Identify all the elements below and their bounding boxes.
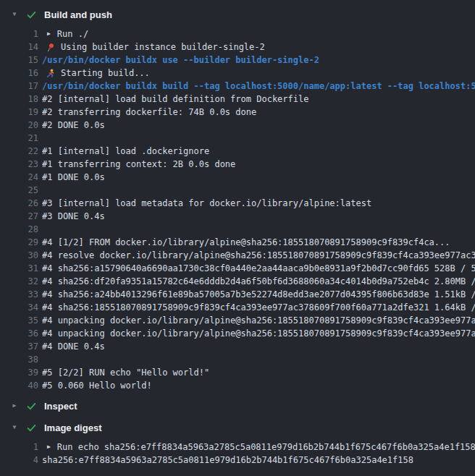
pushpin-icon bbox=[46, 43, 55, 53]
log-text: #2 transferring dockerfile: 74B 0.0s don… bbox=[42, 107, 256, 117]
log-line-content: #4 sha256:a15790640a6690aa1730c38cf0a440… bbox=[42, 263, 475, 273]
line-number[interactable]: 30 bbox=[0, 250, 38, 260]
log-line-content: ▶Run ./ bbox=[42, 29, 475, 39]
log-line: 34 #4 sha256:185518070891758909c9f839cf4… bbox=[0, 301, 475, 314]
runner-icon bbox=[46, 69, 55, 79]
log-line: 24 #1 DONE 0.0s bbox=[0, 171, 475, 184]
log-line: 31 #4 sha256:a15790640a6690aa1730c38cf0a… bbox=[0, 262, 475, 275]
log-line-content: #4 sha256:a24bb4013296f61e89ba57005a7b3e… bbox=[42, 289, 475, 299]
line-number[interactable]: 15 bbox=[0, 55, 38, 65]
line-number[interactable]: 27 bbox=[0, 211, 38, 221]
line-number[interactable]: 25 bbox=[0, 185, 38, 195]
log-line: 37 #4 DONE 0.4s bbox=[0, 340, 475, 353]
run-expand-icon[interactable]: ▶ bbox=[47, 31, 51, 37]
chevron-down-icon[interactable]: ▼ bbox=[10, 425, 19, 430]
line-number[interactable]: 22 bbox=[0, 146, 38, 156]
log-line-content: /usr/bin/docker buildx use --builder bui… bbox=[42, 55, 475, 65]
log-line-content: #5 [2/2] RUN echo "Hello world!" bbox=[42, 367, 475, 378]
log-line-content: #4 sha256:df20fa9351a15782c64e6dddb2d4a6… bbox=[42, 276, 475, 286]
log-line-content: #5 0.060 Hello world! bbox=[42, 381, 475, 391]
log-line: 33 #4 sha256:a24bb4013296f61e89ba57005a7… bbox=[0, 288, 475, 301]
section-title: Image digest bbox=[44, 422, 101, 433]
log-line-content: sha256:e7ff8834a5963a2785c5a0811e979d16b… bbox=[42, 455, 475, 465]
log-text: sha256:e7ff8834a5963a2785c5a0811e979d16b… bbox=[42, 455, 413, 465]
log-text: #4 resolve docker.io/library/alpine@sha2… bbox=[42, 250, 475, 260]
chevron-right-icon[interactable]: ▶ bbox=[10, 403, 19, 409]
log-line: 36 #4 unpacking docker.io/library/alpine… bbox=[0, 327, 475, 340]
log-line: 27 #3 DONE 0.4s bbox=[0, 210, 475, 223]
log-text: Starting build... bbox=[61, 68, 150, 78]
log-line: 15 /usr/bin/docker buildx use --builder … bbox=[0, 54, 475, 67]
log-line-content: #4 unpacking docker.io/library/alpine@sh… bbox=[42, 315, 475, 326]
log-line: 23 #1 transferring context: 2B 0.0s done bbox=[0, 158, 475, 171]
log-line: 1 ▶Run echo sha256:e7ff8834a5963a2785c5a… bbox=[0, 441, 475, 454]
log-section-inspect: ▶ Inspect bbox=[0, 398, 475, 414]
log-line-content: #2 transferring dockerfile: 74B 0.0s don… bbox=[42, 107, 475, 117]
log-line-content: Using builder instance builder-single-2 bbox=[42, 42, 475, 53]
line-number[interactable]: 20 bbox=[0, 120, 38, 130]
line-number[interactable]: 17 bbox=[0, 81, 38, 91]
log-line-content: #3 [internal] load metadata for docker.i… bbox=[42, 198, 475, 208]
log-line-content: #1 [internal] load .dockerignore bbox=[42, 146, 475, 156]
log-text: #4 DONE 0.4s bbox=[42, 341, 105, 352]
line-number[interactable]: 23 bbox=[0, 159, 38, 169]
line-number[interactable]: 29 bbox=[0, 237, 38, 247]
line-number[interactable]: 1 bbox=[0, 442, 38, 452]
log-line: 1 ▶Run ./ bbox=[0, 27, 475, 41]
log-text: #5 [2/2] RUN echo "Hello world!" bbox=[42, 367, 209, 378]
line-number[interactable]: 16 bbox=[0, 68, 38, 78]
line-number[interactable]: 34 bbox=[0, 302, 38, 313]
workflow-log-viewer: ▼ Build and push 1 ▶Run ./ 14 Using buil… bbox=[0, 0, 475, 467]
line-number[interactable]: 4 bbox=[0, 455, 38, 465]
line-number[interactable]: 39 bbox=[0, 367, 38, 378]
line-number[interactable]: 21 bbox=[0, 133, 38, 143]
log-line-content: ▶Run echo sha256:e7ff8834a5963a2785c5a08… bbox=[42, 442, 475, 452]
section-header-build-and-push[interactable]: ▼ Build and push bbox=[0, 7, 475, 22]
line-number[interactable]: 28 bbox=[0, 224, 38, 234]
line-number[interactable]: 24 bbox=[0, 172, 38, 182]
line-number[interactable]: 40 bbox=[0, 381, 38, 391]
line-number[interactable]: 36 bbox=[0, 328, 38, 339]
log-text: #3 [internal] load metadata for docker.i… bbox=[42, 198, 371, 208]
log-line: 39 #5 [2/2] RUN echo "Hello world!" bbox=[0, 366, 475, 379]
section-header-image-digest[interactable]: ▼ Image digest bbox=[0, 420, 475, 435]
log-text: #4 sha256:df20fa9351a15782c64e6dddb2d4a6… bbox=[42, 276, 475, 286]
log-line: 20 #2 DONE 0.0s bbox=[0, 119, 475, 132]
line-number[interactable]: 1 bbox=[0, 29, 38, 39]
line-number[interactable]: 33 bbox=[0, 289, 38, 299]
log-text: Run ./ bbox=[57, 29, 88, 39]
log-line: 26 #3 [internal] load metadata for docke… bbox=[0, 197, 475, 210]
log-line: 29 #4 [1/2] FROM docker.io/library/alpin… bbox=[0, 236, 475, 249]
log-text: Run echo sha256:e7ff8834a5963a2785c5a081… bbox=[57, 442, 475, 452]
success-check-icon bbox=[25, 422, 37, 433]
line-number[interactable]: 38 bbox=[0, 354, 38, 365]
line-number[interactable]: 19 bbox=[0, 107, 38, 117]
log-line-content: #4 resolve docker.io/library/alpine@sha2… bbox=[42, 250, 475, 260]
log-line: 38 bbox=[0, 353, 475, 366]
log-line-content: #3 DONE 0.4s bbox=[42, 211, 475, 221]
log-text: #4 unpacking docker.io/library/alpine@sh… bbox=[42, 328, 475, 339]
section-header-inspect[interactable]: ▶ Inspect bbox=[0, 398, 475, 414]
line-number[interactable]: 14 bbox=[0, 42, 38, 52]
section-lines: 1 ▶Run ./ 14 Using builder instance buil… bbox=[0, 27, 475, 392]
log-line: 21 bbox=[0, 132, 475, 145]
log-line-content: Starting build... bbox=[42, 68, 475, 79]
chevron-down-icon[interactable]: ▼ bbox=[10, 12, 19, 17]
section-title: Build and push bbox=[44, 9, 112, 20]
log-line: 18 #2 [internal] load build definition f… bbox=[0, 93, 475, 106]
line-number[interactable]: 37 bbox=[0, 341, 38, 352]
line-number[interactable]: 32 bbox=[0, 276, 38, 286]
log-line: 35 #4 unpacking docker.io/library/alpine… bbox=[0, 314, 475, 327]
line-number[interactable]: 31 bbox=[0, 263, 38, 273]
run-expand-icon[interactable]: ▶ bbox=[47, 444, 51, 450]
log-text: #5 0.060 Hello world! bbox=[42, 381, 152, 391]
log-line: 32 #4 sha256:df20fa9351a15782c64e6dddb2d… bbox=[0, 275, 475, 288]
log-line-content: #1 DONE 0.0s bbox=[42, 172, 475, 182]
line-number[interactable]: 18 bbox=[0, 94, 38, 104]
section-title: Inspect bbox=[44, 401, 77, 412]
section-lines: 1 ▶Run echo sha256:e7ff8834a5963a2785c5a… bbox=[0, 441, 475, 467]
log-text: #1 [internal] load .dockerignore bbox=[42, 146, 209, 156]
line-number[interactable]: 26 bbox=[0, 198, 38, 208]
success-check-icon bbox=[25, 9, 37, 20]
line-number[interactable]: 35 bbox=[0, 315, 38, 326]
